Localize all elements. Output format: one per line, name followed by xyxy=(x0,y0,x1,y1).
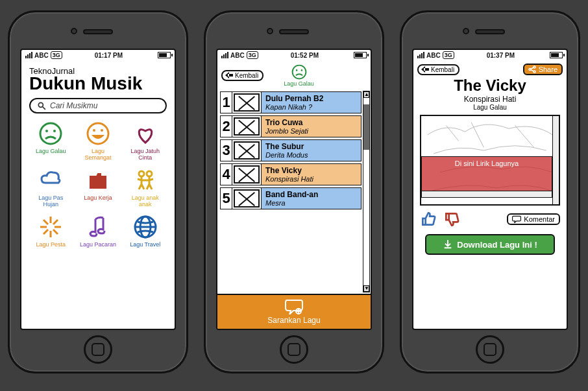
network-badge: 3G xyxy=(51,51,62,59)
svg-point-8 xyxy=(139,171,144,176)
svg-point-23 xyxy=(300,69,302,71)
song-rank: 3 xyxy=(221,140,232,161)
song-thumb-placeholder xyxy=(234,117,260,136)
scroll-down-arrow-icon[interactable]: ▼ xyxy=(363,285,369,292)
lyric-overlay: Di sini Lirik Lagunya xyxy=(421,156,552,198)
song-row[interactable]: 2 Trio Cuwa Jomblo Sejati xyxy=(220,115,361,137)
back-arrow-icon xyxy=(225,72,233,78)
svg-point-2 xyxy=(40,123,61,144)
cat-label: Lagu Kerja xyxy=(84,195,112,202)
song-title: Band Band-an xyxy=(265,190,357,199)
song-row[interactable]: 3 The Subur Derita Modus xyxy=(220,139,361,161)
song-rank: 2 xyxy=(221,116,232,137)
svg-point-22 xyxy=(295,69,297,71)
scroll-thumb[interactable] xyxy=(363,104,369,150)
cat-lagu-semangat[interactable]: Lagu Semangat xyxy=(77,120,120,161)
svg-point-0 xyxy=(38,102,43,107)
song-title: The Vicky xyxy=(265,166,357,175)
back-label: Kembali xyxy=(431,66,454,73)
suggest-song-button[interactable]: Sarankan Lagu xyxy=(217,294,371,329)
song-subtitle: Kapan Nikah ? xyxy=(265,103,357,111)
back-arrow-icon xyxy=(421,66,429,73)
svg-point-21 xyxy=(292,65,306,79)
back-button[interactable]: Kembali xyxy=(417,64,459,75)
svg-point-4 xyxy=(53,130,56,132)
song-list: 1 Dulu Pernah B2 Kapan Nikah ? 2 Trio Cu… xyxy=(217,89,371,294)
status-bar: ABC 3G 01:52 PM xyxy=(217,50,371,61)
download-button[interactable]: Download Lagu Ini ! xyxy=(425,234,555,255)
home-button[interactable] xyxy=(280,335,308,364)
cat-lagu-travel[interactable]: Lagu Travel xyxy=(123,213,167,248)
share-button[interactable]: Share xyxy=(523,64,563,75)
cat-label: Lagu Galau xyxy=(36,148,66,155)
cat-label: Lagu Semangat xyxy=(79,148,117,161)
signal-icon xyxy=(25,52,32,58)
song-rank: 1 xyxy=(221,92,232,113)
svg-line-16 xyxy=(43,230,48,234)
clock: 01:17 PM xyxy=(95,52,123,59)
svg-point-9 xyxy=(147,171,152,176)
song-title: Dulu Pernah B2 xyxy=(265,94,357,103)
song-thumb-placeholder xyxy=(234,93,260,112)
cat-lagu-pacaran[interactable]: Lagu Pacaran xyxy=(77,213,120,248)
search-icon xyxy=(37,101,46,110)
suggest-chat-icon xyxy=(284,299,304,314)
svg-point-7 xyxy=(101,129,103,132)
battery-icon xyxy=(354,52,367,58)
song-thumb-placeholder xyxy=(234,165,260,184)
battery-icon xyxy=(550,52,563,58)
app-title: Dukun Musik xyxy=(29,75,167,93)
home-button[interactable] xyxy=(476,335,504,364)
thumbs-down-icon[interactable] xyxy=(443,211,460,228)
cat-lagu-kerja[interactable]: Lagu Kerja xyxy=(77,167,120,208)
cat-label: Lagu Pesta xyxy=(36,242,66,248)
cat-lagu-pas-hujan[interactable]: Lagu Pas Hujan xyxy=(29,167,73,208)
share-icon xyxy=(528,65,536,73)
cat-label: Lagu anak anak xyxy=(127,195,164,208)
song-row[interactable]: 5 Band Band-an Mesra xyxy=(220,187,361,209)
status-bar: ABC 3G 01:37 PM xyxy=(413,50,567,61)
comment-button[interactable]: Komentar xyxy=(507,213,560,225)
cat-lagu-jatuh-cinta[interactable]: Lagu Jatuh Cinta xyxy=(123,120,167,161)
carrier-label: ABC xyxy=(230,52,245,59)
song-title: The Subur xyxy=(265,142,357,151)
svg-line-31 xyxy=(530,70,533,72)
song-row[interactable]: 4 The Vicky Konspirasi Hati xyxy=(220,163,361,185)
phone-list: ABC 3G 01:52 PM Kembali Lagu Galau 1 Dul xyxy=(204,10,384,373)
cat-lagu-galau[interactable]: Lagu Galau xyxy=(29,120,73,161)
comment-label: Komentar xyxy=(524,215,555,223)
phone-detail: ABC 3G 01:37 PM Kembali Share The Vicky … xyxy=(400,10,580,373)
scroll-up-arrow-icon[interactable]: ▲ xyxy=(363,91,369,98)
search-placeholder: Cari Musikmu xyxy=(50,101,97,110)
carrier-label: ABC xyxy=(426,52,441,59)
battery-icon xyxy=(158,52,171,58)
thumbs-up-icon[interactable] xyxy=(420,211,437,228)
mood-header: Lagu Galau xyxy=(269,64,329,87)
svg-line-14 xyxy=(43,220,48,224)
cat-label: Lagu Pacaran xyxy=(80,242,116,248)
search-input[interactable]: Cari Musikmu xyxy=(29,98,167,113)
song-header: The Vicky Konspirasi Hati Lagu Galau xyxy=(413,77,567,111)
artwork-scrollbar[interactable] xyxy=(552,116,559,204)
cat-lagu-pesta[interactable]: Lagu Pesta xyxy=(29,213,73,248)
svg-line-1 xyxy=(43,107,45,110)
song-subtitle: Mesra xyxy=(265,199,357,207)
home-button[interactable] xyxy=(84,335,112,364)
song-row[interactable]: 1 Dulu Pernah B2 Kapan Nikah ? xyxy=(220,91,361,113)
song-subtitle: Jomblo Sejati xyxy=(265,127,357,135)
svg-line-30 xyxy=(530,67,533,69)
scrollbar[interactable]: ▲ ▼ xyxy=(363,91,370,292)
cat-lagu-anak-anak[interactable]: Lagu anak anak xyxy=(123,167,167,208)
status-bar: ABC 3G 01:17 PM xyxy=(21,50,175,61)
artist-name: The Vicky xyxy=(413,77,567,95)
carrier-label: ABC xyxy=(34,52,49,59)
mood-label: Lagu Galau xyxy=(284,80,314,87)
lyric-scrollbar[interactable] xyxy=(422,191,552,197)
song-subtitle: Derita Modus xyxy=(265,151,357,159)
back-button[interactable]: Kembali xyxy=(221,70,263,81)
svg-point-5 xyxy=(88,123,108,144)
cat-label: Lagu Travel xyxy=(130,242,160,248)
comment-icon xyxy=(512,215,521,223)
signal-icon xyxy=(417,52,424,58)
signal-icon xyxy=(221,52,228,58)
